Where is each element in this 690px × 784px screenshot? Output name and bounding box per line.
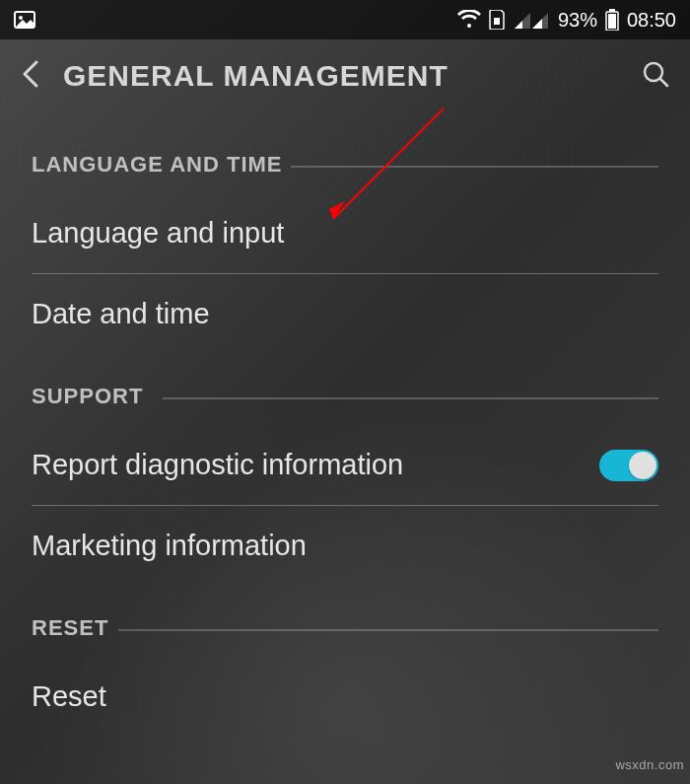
row-marketing-information[interactable]: Marketing information	[0, 506, 690, 586]
row-label: Report diagnostic information	[32, 449, 403, 481]
svg-rect-2	[494, 18, 500, 25]
search-icon[interactable]	[641, 59, 670, 93]
section-header-rule	[163, 397, 658, 399]
row-label: Marketing information	[32, 530, 307, 562]
page-title: GENERAL MANAGEMENT	[63, 59, 448, 93]
row-label: Reset	[32, 680, 106, 713]
toggle-knob	[629, 452, 656, 479]
watermark-text: wsxdn.com	[615, 757, 684, 772]
row-language-and-input[interactable]: Language and input	[0, 193, 690, 273]
row-date-and-time[interactable]: Date and time	[0, 274, 690, 354]
section-header-label: RESET	[32, 615, 108, 640]
svg-rect-5	[608, 14, 616, 29]
row-reset[interactable]: Reset	[0, 657, 690, 737]
header-bar: GENERAL MANAGEMENT	[0, 39, 690, 122]
section-header-rule	[291, 166, 658, 168]
section-header-reset: RESET	[0, 586, 690, 657]
toggle-diagnostic[interactable]	[599, 450, 658, 481]
section-header-label: LANGUAGE AND TIME	[32, 152, 283, 177]
back-icon[interactable]	[20, 59, 41, 93]
svg-point-1	[19, 16, 23, 20]
section-header-language-and-time: LANGUAGE AND TIME	[0, 122, 690, 193]
section-header-rule	[118, 629, 658, 631]
section-header-label: SUPPORT	[32, 384, 143, 408]
clock-time: 08:50	[627, 9, 676, 32]
section-header-support: SUPPORT	[0, 354, 690, 425]
battery-percent: 93%	[558, 9, 597, 32]
row-report-diagnostic[interactable]: Report diagnostic information	[0, 425, 690, 505]
battery-icon	[605, 9, 619, 31]
row-label: Language and input	[32, 217, 284, 249]
status-bar: 93% 08:50	[0, 0, 690, 39]
signal-icon	[515, 11, 550, 29]
sim-icon	[489, 10, 507, 30]
row-label: Date and time	[32, 298, 210, 330]
screenshot-indicator-icon	[14, 11, 35, 29]
wifi-icon	[457, 10, 481, 30]
svg-line-7	[660, 79, 667, 86]
